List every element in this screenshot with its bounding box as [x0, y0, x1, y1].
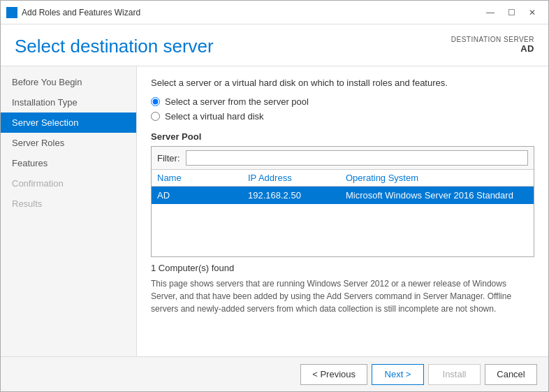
destination-name: AD — [451, 43, 534, 54]
info-text: This page shows servers that are running… — [151, 277, 534, 315]
col-name-header: Name — [157, 173, 248, 183]
sidebar: Before You BeginInstallation TypeServer … — [1, 66, 137, 356]
radio-group: Select a server from the server pool Sel… — [151, 96, 534, 122]
app-icon — [6, 7, 17, 18]
footer: < Previous Next > Install Cancel — [1, 356, 548, 391]
server-pool-label: Server Pool — [151, 131, 534, 142]
radio-server-pool[interactable]: Select a server from the server pool — [151, 96, 534, 107]
cell-server-name: AD — [157, 190, 248, 201]
wizard-window: Add Roles and Features Wizard — ☐ ✕ Sele… — [0, 0, 549, 392]
sidebar-item-results: Results — [1, 194, 136, 214]
install-button[interactable]: Install — [428, 364, 481, 385]
cancel-button[interactable]: Cancel — [485, 364, 537, 385]
table-body: AD 192.168.2.50 Microsoft Windows Server… — [152, 187, 534, 256]
main-content: Select a server or a virtual hard disk o… — [137, 66, 548, 356]
cell-server-os: Microsoft Windows Server 2016 Standard — [346, 190, 528, 201]
filter-label: Filter: — [157, 153, 180, 164]
filter-row: Filter: — [152, 147, 534, 170]
svg-rect-1 — [13, 8, 16, 12]
window-controls: — ☐ ✕ — [480, 5, 543, 20]
sidebar-item-confirmation: Confirmation — [1, 173, 136, 194]
col-os-header: Operating System — [346, 173, 528, 183]
page-title: Select destination server — [15, 36, 214, 57]
title-bar: Add Roles and Features Wizard — ☐ ✕ — [1, 1, 548, 24]
cell-server-ip: 192.168.2.50 — [248, 190, 346, 201]
table-header: Name IP Address Operating System — [152, 170, 534, 187]
svg-rect-0 — [8, 8, 11, 12]
svg-rect-2 — [8, 13, 11, 17]
radio-vhd[interactable]: Select a virtual hard disk — [151, 111, 534, 122]
filter-input[interactable] — [186, 150, 529, 166]
sidebar-item-features[interactable]: Features — [1, 153, 136, 173]
header: Select destination server DESTINATION SE… — [1, 24, 548, 66]
maximize-button[interactable]: ☐ — [501, 5, 522, 20]
col-ip-header: IP Address — [248, 173, 346, 183]
server-pool-box: Filter: Name IP Address Operating System… — [151, 146, 534, 257]
radio-vhd-input[interactable] — [151, 112, 160, 121]
instruction-text: Select a server or a virtual hard disk o… — [151, 78, 534, 88]
destination-label: DESTINATION SERVER — [451, 36, 534, 43]
window-title: Add Roles and Features Wizard — [22, 8, 480, 17]
content-area: Before You BeginInstallation TypeServer … — [1, 66, 548, 356]
found-text: 1 Computer(s) found — [151, 263, 534, 273]
radio-server-pool-label: Select a server from the server pool — [165, 96, 309, 107]
radio-vhd-label: Select a virtual hard disk — [165, 111, 264, 122]
svg-rect-3 — [13, 13, 16, 17]
next-button[interactable]: Next > — [372, 364, 424, 385]
sidebar-item-installation-type[interactable]: Installation Type — [1, 92, 136, 112]
destination-info: DESTINATION SERVER AD — [451, 36, 534, 54]
sidebar-item-before-you-begin[interactable]: Before You Begin — [1, 72, 136, 92]
sidebar-item-server-roles[interactable]: Server Roles — [1, 133, 136, 153]
close-button[interactable]: ✕ — [522, 5, 543, 20]
previous-button[interactable]: < Previous — [300, 364, 367, 385]
sidebar-item-server-selection[interactable]: Server Selection — [1, 112, 136, 133]
radio-server-pool-input[interactable] — [151, 97, 160, 106]
table-row[interactable]: AD 192.168.2.50 Microsoft Windows Server… — [152, 187, 534, 204]
minimize-button[interactable]: — — [480, 5, 501, 20]
